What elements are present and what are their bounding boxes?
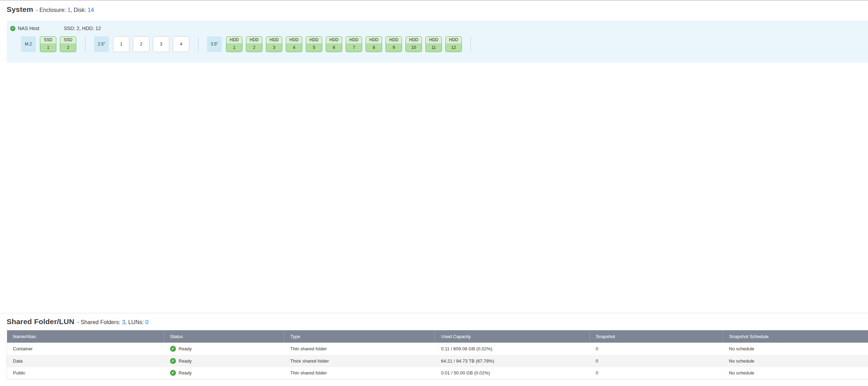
host-disk-summary: SSD: 2, HDD: 12: [64, 26, 101, 31]
luns-count: 0: [145, 319, 148, 325]
host-name: NAS Host: [18, 26, 39, 31]
status-indicator: Ready: [170, 346, 284, 352]
system-title: System: [7, 5, 33, 14]
cell-type: Thick shared folder: [284, 355, 435, 367]
nas-host-row[interactable]: NAS Host SSD: 2, HDD: 12: [7, 21, 868, 31]
slot-type-label: HDD: [346, 37, 362, 43]
shared-table-body: ContainerReadyThin shared folder0.11 / 6…: [7, 343, 868, 379]
slot-group-divider: [198, 37, 198, 51]
cell-status: Ready: [164, 355, 284, 367]
slot-type-label: HDD: [306, 37, 322, 43]
status-ok-icon: [10, 26, 15, 31]
slot-number: 3: [266, 43, 282, 52]
page: System - Enclosure: 1, Disk: 14 NAS Host…: [0, 0, 868, 386]
slot-groups: M.2SSD1SSD22.5"12343.5"HDD1HDD2HDD3HDD4H…: [21, 36, 868, 52]
system-heading: System - Enclosure: 1, Disk: 14: [7, 5, 868, 15]
enclosure-panel: NAS Host SSD: 2, HDD: 12 M.2SSD1SSD22.5"…: [7, 21, 868, 63]
slot-type-label: SSD: [60, 37, 76, 43]
hdd-slot-2[interactable]: HDD2: [246, 36, 262, 52]
cell-type: Thin shared folder: [284, 367, 435, 379]
cell-type: Thin shared folder: [284, 343, 435, 355]
hdd-slot-4[interactable]: HDD4: [286, 36, 302, 52]
cell-snapshot-schedule: No schedule: [723, 367, 868, 379]
slot-type-label: HDD: [406, 37, 422, 43]
hdd-slot-12[interactable]: HDD12: [445, 36, 462, 52]
slot-size-label: 3.5": [207, 36, 222, 52]
shared-folders-count: 3: [122, 319, 125, 325]
slot-number: 11: [426, 43, 442, 52]
cell-status: Ready: [164, 367, 284, 379]
slot-type-label: HDD: [446, 37, 461, 43]
table-row-public[interactable]: PublicReadyThin shared folder0.01 / 50.0…: [7, 367, 868, 379]
slot-group-divider: [471, 37, 471, 51]
slot-type-label: HDD: [386, 37, 402, 43]
ssd-slot-1[interactable]: SSD1: [40, 36, 56, 52]
col-used-capacity: Used Capacity: [435, 330, 590, 343]
status-indicator: Ready: [170, 370, 284, 376]
slot-type-label: HDD: [286, 37, 302, 43]
slot-type-label: SSD: [40, 37, 56, 43]
slot-size-label: 2.5": [94, 36, 109, 52]
hdd-slot-11[interactable]: HDD11: [425, 36, 442, 52]
slot-size-label: M.2: [21, 36, 36, 52]
cell-snapshot: 0: [590, 367, 723, 379]
status-text: Ready: [179, 346, 192, 351]
slot-group-divider: [85, 37, 85, 51]
slot-group-3-5-inch: 3.5"HDD1HDD2HDD3HDD4HDD5HDD6HDD7HDD8HDD9…: [207, 36, 465, 52]
slot-type-label: HDD: [266, 37, 282, 43]
cell-name-alias: Data: [7, 355, 164, 367]
disk-count: 14: [88, 7, 94, 13]
subtitle-text: , LUNs:: [125, 319, 146, 325]
col-snapshot: Snapshot: [590, 330, 723, 343]
empty-slot-1[interactable]: 1: [113, 36, 129, 52]
col-type: Type: [284, 330, 435, 343]
slot-number: 7: [346, 43, 362, 52]
hdd-slot-1[interactable]: HDD1: [226, 36, 242, 52]
cell-used-capacity: 0.01 / 50.00 GB (0.02%): [435, 367, 590, 379]
slot-group-m2: M.2SSD1SSD2: [21, 36, 80, 52]
cell-snapshot-schedule: No schedule: [723, 355, 868, 367]
section-divider: [0, 313, 868, 313]
slot-number: 6: [326, 43, 342, 52]
cell-snapshot: 0: [590, 343, 723, 355]
subtitle-text: - Enclosure:: [36, 7, 68, 13]
slot-number: 10: [406, 43, 422, 52]
hdd-slot-3[interactable]: HDD3: [266, 36, 282, 52]
col-snapshot-schedule: Snapshot Schedule: [723, 330, 868, 343]
empty-slot-3[interactable]: 3: [153, 36, 169, 52]
slot-group-2-5-inch: 2.5"1234: [94, 36, 193, 52]
cell-status: Ready: [164, 343, 284, 355]
hdd-slot-6[interactable]: HDD6: [326, 36, 342, 52]
hdd-slot-8[interactable]: HDD8: [366, 36, 382, 52]
shared-folder-title: Shared Folder/LUN: [7, 317, 75, 326]
hdd-slot-7[interactable]: HDD7: [346, 36, 362, 52]
slot-number: 1: [226, 43, 242, 52]
cell-name-alias: Public: [7, 367, 164, 379]
hdd-slot-5[interactable]: HDD5: [306, 36, 322, 52]
slot-number: 2: [60, 43, 76, 52]
slot-number: 12: [446, 43, 461, 52]
empty-slot-4[interactable]: 4: [173, 36, 189, 52]
slot-type-label: HDD: [366, 37, 382, 43]
ssd-slot-2[interactable]: SSD2: [60, 36, 76, 52]
table-header-row: Name/Alias Status Type Used Capacity Sna…: [7, 330, 868, 343]
slot-number: 4: [286, 43, 302, 52]
shared-folder-table: Name/Alias Status Type Used Capacity Sna…: [7, 330, 868, 379]
cell-name-alias: Container: [7, 343, 164, 355]
slot-type-label: HDD: [226, 37, 242, 43]
ready-check-icon: [170, 358, 176, 364]
cell-snapshot-schedule: No schedule: [723, 343, 868, 355]
col-name-alias: Name/Alias: [7, 330, 164, 343]
table-row-data[interactable]: DataReadyThick shared folder64.21 / 94.7…: [7, 355, 868, 367]
table-row-container[interactable]: ContainerReadyThin shared folder0.11 / 6…: [7, 343, 868, 355]
hdd-slot-9[interactable]: HDD9: [386, 36, 402, 52]
empty-slot-2[interactable]: 2: [133, 36, 149, 52]
subtitle-text: , Disk:: [71, 7, 88, 13]
empty-area: [7, 63, 868, 313]
slot-type-label: HDD: [246, 37, 262, 43]
cell-used-capacity: 0.11 / 609.08 GB (0.02%): [435, 343, 590, 355]
slot-number: 8: [366, 43, 382, 52]
slot-type-label: HDD: [426, 37, 442, 43]
status-text: Ready: [179, 370, 192, 376]
hdd-slot-10[interactable]: HDD10: [405, 36, 422, 52]
